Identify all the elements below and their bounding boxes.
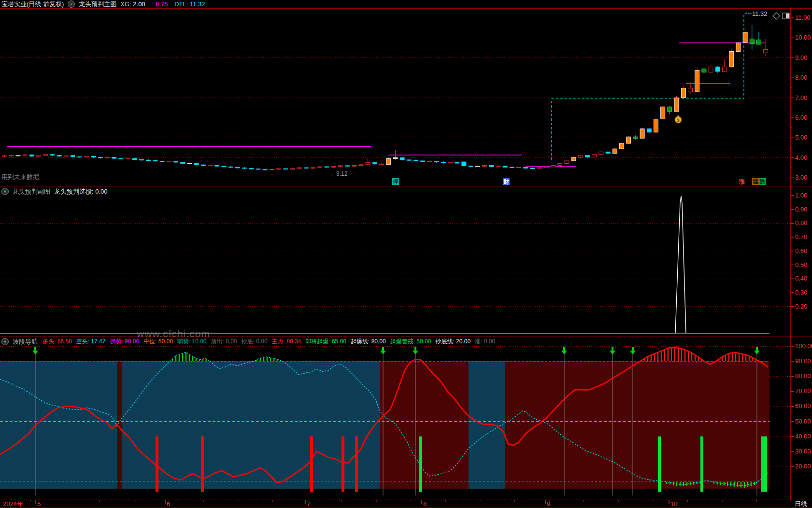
candle xyxy=(318,167,322,168)
sell-arrow-icon xyxy=(413,347,418,354)
candle xyxy=(750,39,754,43)
candle xyxy=(681,88,685,98)
candle xyxy=(674,98,679,112)
month-label: 5 xyxy=(37,500,41,508)
candle xyxy=(757,40,761,44)
panel2-scale-label: 0.20 xyxy=(795,303,807,310)
panel2-scale-label: 0.60 xyxy=(795,247,807,254)
event-marker: 涨 xyxy=(739,178,745,185)
panel2-chart: 1.000.900.800.700.600.500.400.300.20 xyxy=(0,192,807,333)
price-scale-label: 5.00 xyxy=(795,134,807,141)
sell-impulse-bar xyxy=(355,437,358,492)
month-label: 8 xyxy=(423,500,427,508)
candle xyxy=(372,163,377,164)
metric-抄底: 抄底: 0.00 xyxy=(242,338,268,346)
candle xyxy=(736,43,741,52)
candle xyxy=(400,157,404,160)
indicator-value: XG: 2.00 xyxy=(120,0,145,8)
metric-抄底线: 抄底线: 20.00 xyxy=(435,338,470,346)
candle xyxy=(297,168,301,169)
chevron-down-icon[interactable]: v xyxy=(1,188,9,195)
panel3-indicator-name[interactable]: 波段导航 xyxy=(13,338,38,346)
candle xyxy=(386,158,391,164)
candle xyxy=(37,155,41,156)
candle xyxy=(331,167,336,168)
candle xyxy=(98,157,102,158)
candle xyxy=(483,166,487,167)
candle xyxy=(366,163,370,165)
panel3-scale-label: 50.00 xyxy=(795,418,811,425)
buy-impulse-bar xyxy=(658,437,661,492)
metric-即将起爆: 即将起爆: 65.00 xyxy=(305,338,346,346)
candle xyxy=(537,168,541,169)
candle xyxy=(510,167,514,168)
candle xyxy=(235,168,240,168)
price-scale-label: 11.00 xyxy=(795,14,811,21)
chevron-down-icon[interactable]: v xyxy=(68,0,75,8)
panel3-metrics: 多头: 86.50空头: 17.47强势: 90.00中位: 50.00弱势: … xyxy=(43,338,499,346)
diamond-icon[interactable] xyxy=(773,13,780,19)
panel2-scale-label: 0.50 xyxy=(795,261,807,268)
candle xyxy=(29,155,34,156)
candle xyxy=(571,157,576,161)
candle xyxy=(352,166,356,167)
candle xyxy=(181,162,185,163)
sell-impulse-bar xyxy=(201,437,204,492)
panel3-scale-label: 40.00 xyxy=(795,433,811,440)
low-price-note: ←3.12 xyxy=(330,170,347,177)
candle xyxy=(558,163,562,165)
stock-title: 宝塔实业(日线.前复权) xyxy=(1,0,64,8)
price-scale-label: 4.00 xyxy=(795,154,807,161)
candle xyxy=(208,165,213,166)
candle xyxy=(119,158,123,159)
candle xyxy=(599,152,603,154)
top-bar: 宝塔实业(日线.前复权) v 龙头预判主图 XG: 2.00: 9.75DTL:… xyxy=(0,0,812,9)
candle xyxy=(654,119,658,132)
buy-impulse-bar xyxy=(764,437,767,492)
panel3-scale-label: 90.00 xyxy=(795,357,811,365)
panel3-chart: 100.0090.0080.0070.0060.0050.0040.0030.0… xyxy=(0,342,812,495)
candle xyxy=(242,168,247,169)
split-square-icon[interactable] xyxy=(783,13,789,19)
candle xyxy=(2,156,7,156)
main-indicator-values: XG: 2.00: 9.75DTL: 11.32 xyxy=(120,0,212,8)
candle xyxy=(71,155,75,156)
candle xyxy=(194,163,199,165)
candle xyxy=(702,69,706,72)
candle xyxy=(668,107,672,112)
candle xyxy=(530,168,535,169)
main-chart: $11.3211.0010.009.008.007.006.005.004.00… xyxy=(0,10,811,181)
trend-band-blue xyxy=(469,361,505,489)
panel3-scale-label: 60.00 xyxy=(795,402,811,409)
sell-impulse-bar xyxy=(156,437,158,492)
high-price-label: 11.32 xyxy=(752,10,768,17)
candle xyxy=(277,169,281,169)
candle xyxy=(9,155,14,156)
panel3-scale-label: 20.00 xyxy=(795,463,811,470)
period-label: 日线 xyxy=(795,500,807,508)
indicator-value: DTL: 11.32 xyxy=(174,0,205,8)
chevron-down-icon[interactable]: v xyxy=(1,338,9,345)
candle xyxy=(338,166,342,167)
candle xyxy=(448,162,453,163)
candle xyxy=(263,169,267,170)
metric-强势: 强势: 90.00 xyxy=(110,338,139,346)
candle xyxy=(620,143,624,149)
metric-空头: 空头: 17.47 xyxy=(76,338,106,346)
main-indicator-name[interactable]: 龙头预判主图 xyxy=(79,0,116,8)
candle xyxy=(256,169,260,169)
candle xyxy=(345,166,350,166)
candle xyxy=(578,155,583,157)
candle xyxy=(284,169,288,169)
candle xyxy=(16,155,20,156)
month-label: 7 xyxy=(307,500,310,508)
panel2-scale-label: 0.70 xyxy=(795,233,807,240)
candle xyxy=(729,52,734,67)
candle xyxy=(393,157,398,158)
candle xyxy=(434,161,439,162)
price-scale-label: 9.00 xyxy=(795,54,807,61)
candle xyxy=(551,166,556,167)
panel2-indicator-name[interactable]: 龙头预判副图 xyxy=(13,187,50,196)
price-scale-label: 3.00 xyxy=(795,174,807,181)
candle xyxy=(43,155,48,155)
